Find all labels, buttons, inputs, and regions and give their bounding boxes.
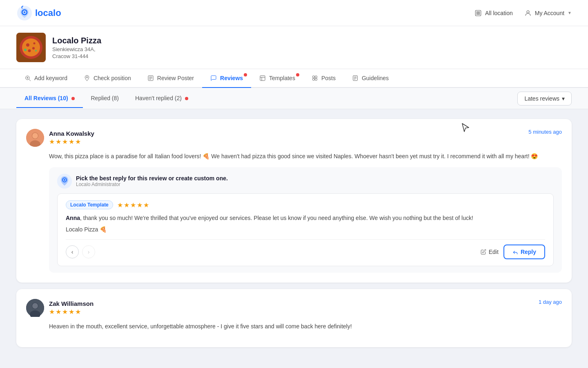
avatar [26,299,44,317]
business-info: Localo Pizza Sienkiewicza 34A, Cracow 31… [52,36,101,59]
sort-chevron-icon: ▾ [562,95,565,102]
sub-tab-all-reviews[interactable]: All Reviews (10) [16,89,83,108]
logo-text: localo [35,8,61,18]
review-card: Zak Williamson ★ ★ ★ ★ ★ 1 day ago Heave… [16,289,572,347]
svg-line-19 [29,79,31,81]
admin-label: Localo Administrator [76,182,228,187]
svg-point-14 [28,49,31,52]
reply-suggestion: Pick the best reply for this review or c… [49,167,562,272]
tab-review-poster[interactable]: Review Poster [139,69,202,88]
havent-replied-dot [185,97,188,100]
tab-label: Add keyword [34,75,67,81]
review-header: Zak Williamson ★ ★ ★ ★ ★ 1 day ago [26,299,562,317]
admin-logo [57,174,72,188]
review-stars: ★ ★ ★ ★ ★ [49,138,94,146]
tab-check-position[interactable]: Check position [76,69,139,88]
business-address-line2: Cracow 31-444 [52,53,101,59]
svg-point-16 [24,49,27,51]
template-box: Localo Template ★ ★ ★ ★ ★ Anna, thank yo… [57,193,554,266]
right-actions: Edit Reply [481,245,545,259]
svg-point-8 [527,11,529,13]
svg-point-11 [22,38,40,56]
svg-point-17 [35,50,37,52]
tab-label: Posts [321,75,336,81]
svg-rect-5 [479,11,480,13]
posts-icon [312,75,318,81]
location-icon [474,9,482,17]
templates-notification-dot [296,73,299,76]
svg-point-2 [24,11,25,13]
location-label: All location [485,10,513,16]
svg-point-44 [64,179,65,181]
review-header: Anna Kowalsky ★ ★ ★ ★ ★ 5 minutes ago [26,129,562,147]
tab-templates[interactable]: Templates [251,69,303,88]
tab-posts[interactable]: Posts [303,69,344,88]
reviewer-info: Anna Kowalsky ★ ★ ★ ★ ★ [26,129,94,147]
business-image [16,33,46,62]
review-text: Heaven in the mouth, excellent service, … [49,322,562,331]
template-stars: ★ ★ ★ ★ ★ [117,201,149,209]
header-right: All location My Account ▼ [474,9,572,17]
svg-rect-4 [477,11,478,13]
svg-rect-33 [315,79,317,81]
svg-point-22 [86,76,87,78]
reply-prompt: Pick the best reply for this review or c… [76,175,228,182]
tab-guidelines[interactable]: Guidelines [344,69,397,88]
keyword-icon [24,75,31,81]
reviewer-name: Zak Williamson [49,300,94,307]
all-location-button[interactable]: All location [474,9,513,17]
svg-rect-27 [260,76,265,81]
reviewer-name: Anna Kowalsky [49,130,94,137]
avatar [26,129,44,147]
account-icon [524,9,532,17]
tab-label: Templates [269,75,295,81]
edit-button[interactable]: Edit [481,249,499,255]
svg-point-41 [32,133,38,139]
reply-button[interactable]: Reply [503,245,545,259]
template-signature: Localo Pizza 🍕 [66,226,545,233]
edit-icon [481,249,486,255]
svg-rect-30 [313,76,315,78]
reviewer-info: Zak Williamson ★ ★ ★ ★ ★ [26,299,94,317]
review-time: 1 day ago [539,299,562,305]
review-text: Wow, this pizza place is a paradise for … [49,152,562,161]
tab-add-keyword[interactable]: Add keyword [16,69,76,88]
account-label: My Account [535,10,564,16]
tab-label: Review Poster [157,75,194,81]
tab-reviews[interactable]: Reviews [202,69,251,88]
edit-label: Edit [489,249,499,255]
svg-rect-3 [475,10,481,16]
nav-tabs: Add keyword Check position Review Poster… [0,69,588,88]
svg-point-13 [32,47,35,49]
guidelines-icon [352,75,359,81]
review-time: 5 minutes ago [528,129,562,135]
sort-button[interactable]: Lates reviews ▾ [517,92,572,105]
review-card: Anna Kowalsky ★ ★ ★ ★ ★ 5 minutes ago Wo… [16,119,572,283]
template-nav-arrows: ‹ › [66,245,95,258]
svg-rect-31 [313,79,315,81]
logo[interactable]: localo [16,5,61,21]
poster-icon [147,75,154,81]
my-account-button[interactable]: My Account ▼ [524,9,572,17]
sub-nav-tabs: All Reviews (10) Replied (8) Haven't rep… [16,89,196,108]
template-name-bold: Anna [66,215,80,221]
reply-label: Reply [521,249,536,255]
sub-tab-replied[interactable]: Replied (8) [83,89,127,108]
sub-tab-label: All Reviews (10) [24,95,68,101]
svg-point-12 [26,43,29,47]
tab-label: Check position [94,75,131,81]
reply-admin-header: Pick the best reply for this review or c… [57,174,554,188]
header: localo All location My Account ▼ [0,0,588,26]
template-text: Anna, thank you so much! We're thrilled … [66,213,545,222]
template-actions: ‹ › Edit [66,239,545,259]
prev-template-button[interactable]: ‹ [66,245,79,258]
tab-label: Reviews [220,75,243,81]
sub-tab-havent-replied[interactable]: Haven't replied (2) [127,89,196,108]
reply-icon [512,249,518,255]
business-address-line1: Sienkiewicza 34A, [52,46,101,52]
template-text-rest: , thank you so much! We're thrilled that… [80,215,473,221]
business-name: Localo Pizza [52,36,101,45]
all-reviews-dot [71,97,75,100]
sub-nav: All Reviews (10) Replied (8) Haven't rep… [0,88,588,109]
next-template-button[interactable]: › [82,245,95,258]
